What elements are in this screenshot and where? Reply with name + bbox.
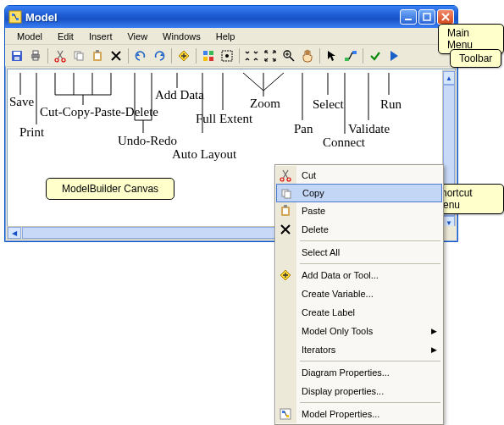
menu-model[interactable]: Model bbox=[10, 30, 49, 43]
svg-rect-20 bbox=[203, 57, 208, 61]
svg-rect-17 bbox=[96, 50, 99, 52]
label-adddata: Add Data bbox=[155, 88, 204, 102]
menu-item-delete[interactable]: Delete bbox=[276, 220, 442, 239]
menu-item-model-only-tools[interactable]: Model Only Tools▶ bbox=[276, 322, 442, 340]
copy-icon bbox=[279, 186, 294, 201]
svg-rect-59 bbox=[282, 411, 285, 413]
copy-button[interactable] bbox=[70, 47, 87, 64]
menu-item-label: Model Properties... bbox=[302, 409, 379, 419]
svg-point-51 bbox=[280, 178, 284, 181]
separator bbox=[196, 48, 197, 63]
svg-rect-21 bbox=[209, 57, 213, 61]
menu-item-create-label[interactable]: Create Label bbox=[276, 303, 442, 322]
menu-separator bbox=[300, 240, 440, 241]
svg-rect-54 bbox=[285, 191, 291, 198]
svg-line-42 bbox=[243, 73, 263, 91]
menu-item-select-all[interactable]: Select All bbox=[276, 243, 442, 262]
full-extent-button[interactable] bbox=[219, 47, 235, 64]
maximize-button[interactable] bbox=[418, 9, 435, 25]
minimize-button[interactable] bbox=[400, 9, 417, 25]
menu-item-iterators[interactable]: Iterators▶ bbox=[276, 340, 442, 359]
svg-rect-56 bbox=[283, 208, 288, 214]
svg-rect-60 bbox=[286, 415, 289, 417]
menu-item-paste[interactable]: Paste bbox=[276, 201, 442, 220]
cut-button[interactable] bbox=[52, 47, 69, 64]
menu-item-label: Create Variable... bbox=[302, 289, 374, 299]
menu-item-diagram-properties[interactable]: Diagram Properties... bbox=[276, 363, 442, 382]
menu-item-cut[interactable]: Cut bbox=[276, 166, 442, 185]
add-data-button[interactable] bbox=[175, 47, 192, 64]
label-zoom: Zoom bbox=[250, 97, 280, 111]
menu-view[interactable]: View bbox=[120, 30, 154, 43]
delete-button[interactable] bbox=[108, 47, 125, 64]
label-ccpd: Cut-Copy-Paste-Delete bbox=[40, 105, 158, 119]
resize-corner[interactable] bbox=[442, 226, 456, 240]
connect-button[interactable] bbox=[342, 47, 359, 64]
shortcut-menu: CutCopyPasteDeleteSelect AllAdd Data or … bbox=[274, 164, 444, 425]
svg-rect-9 bbox=[33, 51, 38, 54]
menu-bar: Model Edit Insert View Windows Help bbox=[5, 28, 457, 45]
submenu-arrow-icon: ▶ bbox=[431, 327, 437, 335]
svg-rect-3 bbox=[405, 19, 412, 20]
menu-edit[interactable]: Edit bbox=[51, 30, 80, 43]
run-button[interactable] bbox=[385, 47, 402, 64]
undo-button[interactable] bbox=[132, 47, 149, 64]
separator bbox=[47, 48, 48, 63]
app-icon bbox=[8, 10, 22, 24]
redo-button[interactable] bbox=[151, 47, 168, 64]
svg-point-11 bbox=[55, 58, 58, 62]
scroll-left-icon[interactable]: ◀ bbox=[8, 227, 21, 239]
close-button[interactable] bbox=[437, 9, 454, 25]
label-autolayout: Auto Layout bbox=[172, 147, 236, 162]
menu-item-display-properties[interactable]: Display properties... bbox=[276, 382, 442, 400]
menu-item-add-data-or-tool[interactable]: Add Data or Tool... bbox=[276, 266, 442, 284]
titlebar[interactable]: Model bbox=[5, 6, 457, 28]
menu-item-label: Model Only Tools bbox=[302, 326, 373, 336]
menu-windows[interactable]: Windows bbox=[156, 30, 208, 43]
delete-icon bbox=[278, 222, 293, 237]
toolbar-callout: Toolbar bbox=[450, 49, 501, 68]
menu-item-copy[interactable]: Copy bbox=[276, 184, 442, 202]
menu-item-model-properties[interactable]: Model Properties... bbox=[276, 405, 442, 423]
paste-button[interactable] bbox=[89, 47, 106, 64]
zoom-in-area-button[interactable] bbox=[243, 47, 260, 64]
svg-rect-57 bbox=[284, 205, 287, 207]
canvas-callout: ModelBuilder Canvas bbox=[46, 178, 174, 200]
zoom-in-button[interactable] bbox=[280, 47, 297, 64]
label-connect: Connect bbox=[323, 135, 365, 150]
label-pan: Pan bbox=[294, 122, 313, 136]
cut-icon bbox=[278, 168, 293, 183]
svg-rect-6 bbox=[14, 52, 20, 55]
svg-point-12 bbox=[62, 58, 65, 62]
separator bbox=[239, 48, 240, 63]
label-validate: Validate bbox=[348, 122, 390, 136]
auto-layout-button[interactable] bbox=[200, 47, 217, 64]
separator bbox=[128, 48, 129, 63]
menu-item-label: Select All bbox=[302, 247, 340, 257]
scroll-up-icon[interactable]: ▲ bbox=[443, 71, 455, 85]
menu-item-label: Diagram Properties... bbox=[302, 367, 390, 378]
svg-rect-26 bbox=[352, 51, 357, 54]
label-print: Print bbox=[19, 125, 44, 140]
menu-item-create-variable[interactable]: Create Variable... bbox=[276, 284, 442, 303]
paste-icon bbox=[278, 203, 293, 218]
zoom-out-area-button[interactable] bbox=[262, 47, 279, 64]
menu-item-label: Delete bbox=[302, 224, 329, 235]
select-button[interactable] bbox=[324, 47, 341, 64]
separator bbox=[363, 48, 363, 63]
pan-button[interactable] bbox=[299, 47, 316, 64]
svg-rect-14 bbox=[77, 53, 83, 60]
menu-item-label: Copy bbox=[302, 188, 324, 198]
validate-button[interactable] bbox=[367, 47, 384, 64]
svg-point-23 bbox=[225, 54, 229, 58]
menu-separator bbox=[300, 263, 440, 264]
menu-insert[interactable]: Insert bbox=[82, 30, 119, 43]
svg-rect-10 bbox=[33, 58, 38, 60]
menu-item-label: Add Data or Tool... bbox=[302, 270, 379, 280]
print-button[interactable] bbox=[27, 47, 44, 64]
model-properties-icon bbox=[278, 406, 293, 422]
save-button[interactable] bbox=[8, 47, 25, 64]
menu-help[interactable]: Help bbox=[209, 30, 242, 43]
svg-rect-16 bbox=[95, 53, 100, 59]
svg-rect-4 bbox=[424, 14, 430, 20]
